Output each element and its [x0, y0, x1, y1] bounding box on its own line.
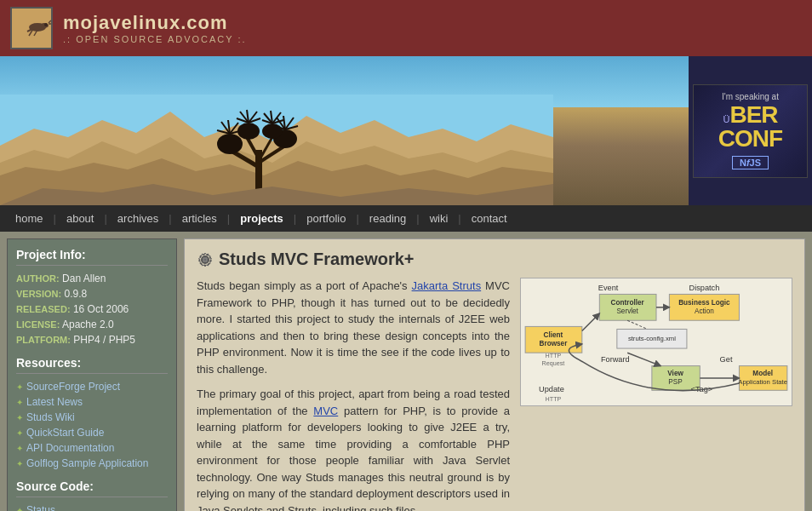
list-item: ✦ Golflog Sample Application: [16, 457, 168, 469]
nav-wiki[interactable]: wiki: [421, 205, 457, 232]
platform-label: Platform:: [16, 335, 71, 345]
svg-point-36: [262, 123, 283, 139]
mvc-diagram-area: Event Client Browser HTTP Request Contro…: [520, 278, 792, 511]
platform-value: PHP4 / PHP5: [73, 334, 135, 346]
project-text: Studs began simply as a port of Apache's…: [197, 278, 510, 511]
bullet-icon: ✦: [16, 413, 23, 422]
site-subtitle: .: Open Source Advocacy :.: [63, 34, 247, 44]
author-field: Author: Dan Allen: [16, 273, 168, 284]
platform-field: Platform: PHP4 / PHP5: [16, 334, 168, 346]
main-nav: home | about | archives | articles | pro…: [0, 205, 812, 232]
version-value: 0.9.8: [65, 288, 88, 300]
quickstart-link[interactable]: QuickStart Guide: [26, 427, 104, 439]
struts-link[interactable]: Jakarta Struts: [412, 279, 482, 292]
released-value: 16 Oct 2006: [73, 303, 129, 315]
nav-reading[interactable]: reading: [361, 205, 415, 232]
license-value: Apache 2.0: [62, 319, 114, 330]
nav-portfolio[interactable]: portfolio: [298, 205, 354, 232]
studs-wiki-link[interactable]: Studs Wiki: [26, 411, 75, 423]
paragraph-1: Studs began simply as a port of Apache's…: [197, 278, 510, 377]
list-item: ✦ SourceForge Project: [16, 381, 168, 393]
banner-area: I'm speaking at ÜBER CONF NfJS: [0, 56, 812, 205]
nav-articles[interactable]: articles: [174, 205, 226, 232]
sidebar: Project Info: Author: Dan Allen Version:…: [7, 238, 177, 511]
list-item: ✦ API Documentation: [16, 442, 168, 454]
version-field: Version: 0.9.8: [16, 288, 168, 300]
main-content: Studs MVC Framework+ Studs began simply …: [184, 238, 805, 511]
svg-text:Update: Update: [539, 385, 564, 393]
ad-block[interactable]: I'm speaking at ÜBER CONF NfJS: [689, 56, 812, 205]
list-item: ✦ Latest News: [16, 396, 168, 408]
ad-logo: NfJS: [732, 156, 769, 169]
latest-news-link[interactable]: Latest News: [26, 396, 83, 408]
sourceforge-link[interactable]: SourceForge Project: [26, 381, 120, 393]
svg-text:Event: Event: [598, 284, 619, 292]
bullet-icon: ✦: [16, 398, 23, 407]
ad-conf: CONF: [718, 127, 782, 151]
gear-icon: [197, 251, 214, 268]
bullet-icon: ✦: [16, 444, 23, 453]
svg-text:Client: Client: [544, 331, 563, 339]
svg-line-75: [627, 320, 648, 329]
svg-text:Business Logic: Business Logic: [678, 299, 730, 307]
svg-text:HTTP: HTTP: [546, 353, 562, 359]
author-label: Author:: [16, 273, 60, 284]
api-docs-link[interactable]: API Documentation: [26, 442, 114, 454]
svg-text:View: View: [667, 370, 683, 377]
bullet-icon: ✦: [16, 506, 23, 512]
svg-text:struts-config.xml: struts-config.xml: [628, 335, 676, 342]
mvc-link[interactable]: MVC: [313, 405, 338, 417]
svg-text:Dispatch: Dispatch: [689, 284, 719, 292]
site-logo: [10, 7, 53, 49]
svg-text:Action: Action: [695, 307, 714, 315]
project-body: Studs began simply as a port of Apache's…: [197, 278, 792, 511]
paragraph-2: The primary goal of this project, apart …: [197, 386, 510, 511]
author-value: Dan Allen: [62, 273, 106, 284]
svg-point-30: [237, 123, 260, 140]
released-field: Released: 16 Oct 2006: [16, 303, 168, 315]
svg-text:Controller: Controller: [611, 299, 645, 307]
project-info-title: Project Info:: [16, 248, 168, 266]
nav-archives[interactable]: archives: [109, 205, 167, 232]
bullet-icon: ✦: [16, 459, 23, 468]
content-area: Project Info: Author: Dan Allen Version:…: [0, 232, 812, 511]
svg-text:Application State: Application State: [738, 378, 787, 386]
bullet-icon: ✦: [16, 428, 23, 438]
project-title: Studs MVC Framework+: [219, 250, 415, 269]
svg-text:HTTP: HTTP: [546, 396, 562, 403]
nav-projects[interactable]: projects: [232, 205, 292, 232]
nav-home[interactable]: home: [7, 205, 52, 232]
svg-point-18: [217, 134, 243, 154]
list-item: ✦ QuickStart Guide: [16, 427, 168, 439]
source-title: Source Code:: [16, 479, 168, 497]
license-field: License: Apache 2.0: [16, 319, 168, 330]
nav-contact[interactable]: contact: [463, 205, 516, 232]
list-item: ✦ Status: [16, 504, 168, 511]
svg-text:Request: Request: [542, 360, 565, 367]
version-label: Version:: [16, 289, 61, 299]
svg-point-6: [44, 23, 48, 26]
resources-title: Resources:: [16, 356, 168, 374]
svg-text:Servlet: Servlet: [616, 307, 638, 315]
svg-text:Get: Get: [720, 355, 733, 364]
released-label: Released:: [16, 304, 71, 314]
status-link[interactable]: Status: [26, 504, 55, 511]
banner-image: [0, 56, 689, 205]
svg-text:Forward: Forward: [601, 355, 630, 364]
ad-inner: I'm speaking at ÜBER CONF NfJS: [693, 84, 808, 178]
svg-text:Model: Model: [752, 370, 773, 377]
svg-line-73: [582, 313, 600, 331]
bullet-icon: ✦: [16, 382, 23, 392]
svg-text:Browser: Browser: [540, 340, 569, 347]
project-title-bar: Studs MVC Framework+: [197, 250, 792, 269]
ad-speaking-text: I'm speaking at: [722, 92, 779, 101]
list-item: ✦ Studs Wiki: [16, 411, 168, 423]
svg-line-76: [627, 353, 660, 365]
svg-text:PSP: PSP: [668, 378, 683, 386]
site-title: mojavelinux.com: [63, 12, 247, 34]
site-title-block: mojavelinux.com .: Open Source Advocacy …: [63, 12, 247, 44]
license-label: License:: [16, 319, 60, 330]
golflog-link[interactable]: Golflog Sample Application: [26, 457, 148, 469]
site-header: mojavelinux.com .: Open Source Advocacy …: [0, 0, 812, 56]
nav-about[interactable]: about: [58, 205, 103, 232]
